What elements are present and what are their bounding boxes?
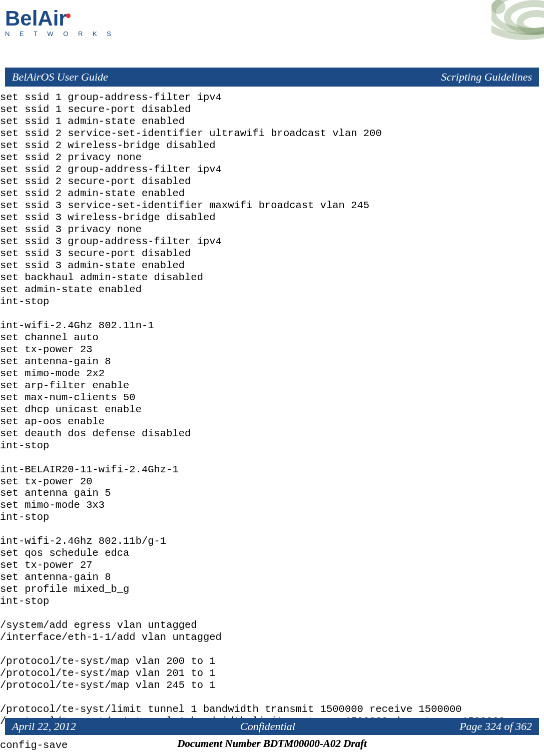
logo-main-text: BelAir (5, 7, 67, 30)
footer-page: Page 324 of 362 (459, 720, 532, 733)
footer-bar: April 22, 2012 Confidential Page 324 of … (5, 718, 539, 735)
document-number: Document Number BDTM00000-A02 Draft (0, 737, 544, 750)
logo-dot-icon (66, 14, 71, 18)
header-area: BelAir N E T W O R K S (0, 0, 544, 68)
guide-title: BelAirOS User Guide (12, 71, 108, 84)
footer-date: April 22, 2012 (12, 720, 76, 733)
logo-main: BelAir (5, 9, 115, 28)
footer-confidential: Confidential (240, 720, 295, 733)
title-bar: BelAirOS User Guide Scripting Guidelines (5, 68, 539, 87)
logo-sub: N E T W O R K S (5, 30, 115, 38)
script-code-block: set ssid 1 group-address-filter ipv4 set… (0, 87, 544, 751)
logo: BelAir N E T W O R K S (5, 9, 115, 38)
section-title: Scripting Guidelines (441, 71, 532, 84)
corner-decoration-icon (491, 0, 544, 45)
